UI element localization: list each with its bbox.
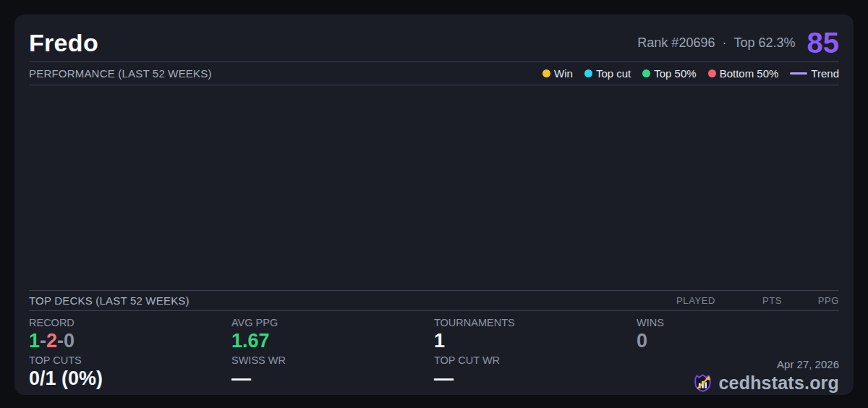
bottom50-dot-icon — [708, 69, 716, 77]
column-played: PLAYED — [650, 295, 715, 306]
record-losses: 2 — [46, 330, 57, 352]
performance-chart — [29, 85, 839, 290]
rank-separator: · — [722, 35, 726, 51]
stat-swiss-wr: SWISS WR — — [231, 354, 434, 395]
legend-label: Top 50% — [654, 67, 696, 80]
card-date: Apr 27, 2026 — [777, 358, 839, 370]
record-sep: - — [40, 330, 46, 352]
trend-line-icon — [790, 72, 807, 75]
column-pts: PTS — [715, 295, 782, 306]
legend-label: Trend — [811, 67, 839, 80]
stat-label: TOURNAMENTS — [434, 317, 637, 328]
legend-item-bottom50: Bottom 50% — [708, 67, 779, 80]
player-name: Fredo — [29, 30, 98, 57]
player-score: 85 — [807, 28, 840, 57]
brand-name: cedhstats.org — [718, 373, 839, 394]
stat-top-cuts: TOP CUTS 0/1 (0%) — [29, 354, 231, 395]
top-decks-header: TOP DECKS (LAST 52 WEEKS) PLAYED PTS PPG — [29, 291, 839, 310]
legend-item-topcut: Top cut — [584, 67, 631, 80]
rank-top-percent: Top 62.3% — [733, 35, 795, 51]
legend-item-win: Win — [542, 67, 573, 80]
legend-label: Top cut — [596, 67, 631, 80]
performance-header: PERFORMANCE (LAST 52 WEEKS) Win Top cut … — [29, 62, 839, 85]
record-sep: - — [57, 330, 64, 352]
topcut-dot-icon — [584, 69, 592, 77]
top-cuts-value: 0/1 (0%) — [29, 368, 231, 390]
legend-item-top50: Top 50% — [642, 67, 696, 80]
swiss-wr-value: — — [231, 368, 434, 390]
win-dot-icon — [542, 69, 550, 77]
brand: cedhstats.org — [693, 373, 839, 394]
card-header: Fredo Rank #20696 · Top 62.3% 85 — [29, 14, 839, 61]
stat-top-cut-wr: TOP CUT WR — — [434, 354, 637, 395]
top50-dot-icon — [642, 69, 650, 77]
chart-legend: Win Top cut Top 50% Bottom 50% Trend — [542, 67, 839, 80]
player-stats-card: Fredo Rank #20696 · Top 62.3% 85 PERFORM… — [14, 14, 854, 395]
avg-ppg-value: 1.67 — [231, 331, 434, 352]
record-draws: 0 — [64, 330, 75, 352]
legend-label: Win — [554, 67, 573, 80]
wins-value: 0 — [637, 331, 839, 352]
stat-record: RECORD 1-2-0 — [29, 317, 231, 354]
top-decks-columns: PLAYED PTS PPG — [650, 295, 839, 306]
record-value: 1-2-0 — [29, 331, 231, 352]
stat-label: RECORD — [29, 317, 231, 328]
card-footer: Apr 27, 2026 cedhstats.org — [637, 354, 839, 395]
stat-wins: WINS 0 — [637, 317, 839, 354]
tournaments-value: 1 — [434, 331, 637, 352]
stat-tournaments: TOURNAMENTS 1 — [434, 317, 637, 354]
record-wins: 1 — [29, 330, 40, 352]
performance-heading: PERFORMANCE (LAST 52 WEEKS) — [29, 67, 212, 80]
rank-group: Rank #20696 · Top 62.3% 85 — [637, 28, 839, 57]
top-cut-wr-value: — — [434, 368, 637, 390]
top-decks-heading: TOP DECKS (LAST 52 WEEKS) — [29, 294, 190, 307]
stat-label: AVG PPG — [231, 317, 434, 328]
stat-label: TOP CUT WR — [434, 354, 637, 366]
stat-avg-ppg: AVG PPG 1.67 — [231, 317, 434, 354]
stat-label: TOP CUTS — [29, 354, 231, 366]
legend-label: Bottom 50% — [720, 67, 779, 80]
legend-item-trend: Trend — [790, 67, 839, 80]
cedhstats-logo-icon — [693, 373, 712, 393]
column-ppg: PPG — [782, 295, 839, 306]
stats-grid: RECORD 1-2-0 AVG PPG 1.67 TOURNAMENTS 1 … — [29, 311, 839, 395]
stat-label: SWISS WR — [231, 354, 434, 366]
stat-label: WINS — [637, 317, 839, 328]
rank-number: Rank #20696 — [637, 35, 715, 51]
